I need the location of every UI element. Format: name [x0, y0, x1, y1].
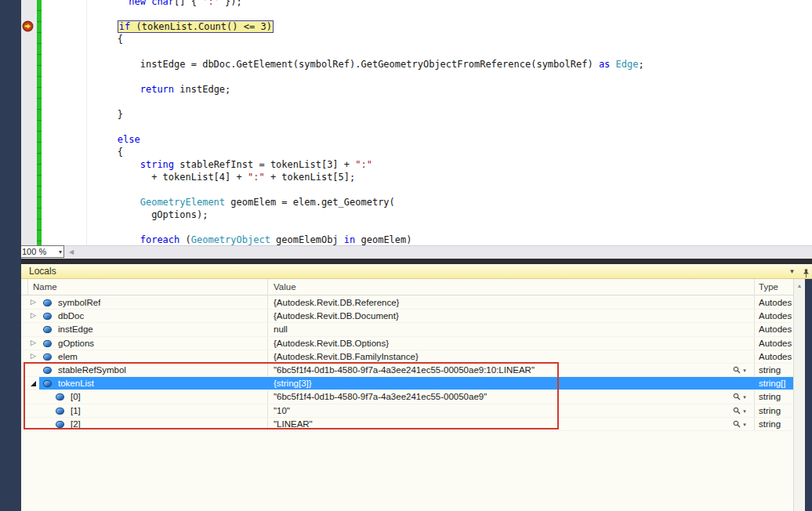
code-line: return instEdge; — [72, 83, 230, 96]
local-name: [2] — [71, 418, 81, 431]
local-value[interactable]: {Autodesk.Revit.DB.Options} — [274, 337, 730, 350]
editor-zoom-value: 100 % — [22, 247, 46, 256]
code-line: GeometryElement geomElem = elem.get_Geom… — [72, 196, 395, 208]
field-icon — [56, 393, 64, 400]
field-icon — [43, 340, 52, 347]
local-name: [0] — [71, 390, 81, 404]
local-name: instEdge — [58, 323, 93, 336]
code-line: { — [72, 146, 123, 158]
code-line: if (tokenList.Count() <= 3) — [72, 20, 274, 33]
local-row-gOptions[interactable]: ▷gOptions{Autodesk.Revit.DB.Options}Auto… — [21, 337, 793, 350]
locals-header-row: Name Value Type — [21, 279, 793, 295]
local-type: string — [759, 418, 793, 431]
local-name: symbolRef — [58, 296, 100, 310]
locals-title-bar[interactable]: Locals ▾ × — [21, 264, 812, 279]
column-header-name[interactable]: Name — [33, 279, 57, 295]
local-type: Autodes — [759, 296, 793, 310]
editor-horizontal-scrollbar[interactable] — [21, 245, 812, 259]
local-value[interactable]: null — [274, 323, 730, 336]
local-row-symbolRef[interactable]: ▷symbolRef{Autodesk.Revit.DB.Reference}A… — [21, 296, 793, 310]
magnifier-icon[interactable]: ▾ — [733, 393, 755, 402]
locals-title: Locals — [29, 264, 56, 279]
local-value[interactable]: "LINEAR" — [274, 418, 730, 431]
local-type: string — [759, 364, 793, 377]
field-icon — [43, 353, 52, 361]
shell-left-strip — [0, 0, 21, 511]
scroll-left-icon[interactable]: ◀ — [69, 248, 74, 256]
local-value[interactable]: "6bc5f1f4-0d1b-4580-9f7a-4a3ee241ec55-00… — [274, 390, 730, 404]
expander-expanded-icon[interactable] — [31, 381, 36, 386]
local-row-instEdge[interactable]: instEdgenullAutodes — [21, 323, 793, 336]
code-line: gOptions); — [72, 208, 208, 221]
expander-collapsed-icon[interactable]: ▷ — [31, 339, 36, 346]
code-line: instEdge = dbDoc.GetElement(symbolRef).G… — [72, 58, 644, 71]
field-icon — [56, 408, 64, 415]
local-type: string — [759, 404, 793, 418]
local-name: dbDoc — [58, 310, 84, 323]
field-icon — [43, 380, 52, 387]
breakpoint-gutter[interactable] — [21, 0, 37, 245]
code-line: foreach (GeometryObject geomElemObj in g… — [72, 234, 412, 245]
shell-right-strip — [805, 279, 812, 511]
code-line: string stableRefInst = tokenList[3] + ":… — [72, 158, 372, 171]
vs-debug-window: new char[] { ':' }); if (tokenList.Count… — [0, 0, 812, 511]
local-value[interactable]: {string[3]} — [274, 377, 730, 390]
field-icon — [43, 299, 52, 306]
column-header-type[interactable]: Type — [759, 279, 778, 295]
column-header-value[interactable]: Value — [274, 279, 296, 295]
column-divider[interactable] — [27, 279, 28, 295]
local-name: [1] — [71, 404, 81, 418]
local-type: Autodes — [759, 350, 793, 364]
local-type: Autodes — [759, 337, 793, 350]
local-name: gOptions — [58, 337, 94, 350]
code-line: { — [72, 33, 123, 45]
pin-icon[interactable] — [800, 264, 812, 279]
window-position-menu-icon[interactable]: ▾ — [786, 264, 798, 279]
locals-grid: Name Value Type ▷symbolRef{Autodesk.Revi… — [21, 279, 793, 511]
local-row-0[interactable]: [0]"6bc5f1f4-0d1b-4580-9f7a-4a3ee241ec55… — [21, 390, 793, 404]
track-changes-bar — [37, 0, 42, 245]
pane-splitter[interactable] — [0, 259, 812, 264]
locals-vertical-scrollbar[interactable]: ▲ — [793, 279, 805, 511]
code-line: + tokenList[4] + ":" + tokenList[5]; — [72, 171, 355, 183]
editor-zoom-select[interactable]: 100 % ▾ — [17, 245, 64, 258]
local-row-1[interactable]: [1]"10" ▾string — [21, 404, 793, 418]
local-row-elem[interactable]: ▷elem{Autodesk.Revit.DB.FamilyInstance}A… — [21, 350, 793, 364]
field-icon — [43, 313, 52, 320]
current-statement-breakpoint-icon[interactable] — [22, 20, 34, 32]
field-icon — [56, 421, 64, 428]
local-type: Autodes — [759, 323, 793, 336]
local-value[interactable]: "6bc5f1f4-0d1b-4580-9f7a-4a3ee241ec55-00… — [274, 364, 730, 377]
local-value[interactable]: {Autodesk.Revit.DB.FamilyInstance} — [274, 350, 730, 364]
local-value[interactable]: "10" — [274, 404, 730, 418]
magnifier-icon[interactable]: ▾ — [733, 366, 755, 375]
local-name: stableRefSymbol — [58, 364, 126, 377]
field-icon — [43, 367, 52, 374]
local-name: elem — [58, 350, 78, 364]
local-row-dbDoc[interactable]: ▷dbDoc{Autodesk.Revit.DB.Document}Autode… — [21, 310, 793, 323]
local-type: string — [759, 390, 793, 404]
code-line: new char[] { ':' }); — [72, 0, 242, 8]
expander-collapsed-icon[interactable]: ▷ — [31, 311, 36, 319]
local-row-2[interactable]: [2]"LINEAR" ▾string — [21, 418, 793, 431]
expander-collapsed-icon[interactable]: ▷ — [31, 298, 36, 306]
expander-collapsed-icon[interactable]: ▷ — [31, 352, 36, 360]
code-line: } — [72, 108, 123, 121]
local-type: Autodes — [759, 310, 793, 323]
local-type: string[] — [759, 377, 793, 390]
local-name: tokenList — [58, 377, 94, 390]
code-line: else — [72, 133, 140, 146]
magnifier-icon[interactable]: ▾ — [733, 407, 755, 416]
code-area[interactable]: new char[] { ':' }); if (tokenList.Count… — [42, 0, 812, 245]
local-row-stableRefSymbol[interactable]: stableRefSymbol"6bc5f1f4-0d1b-4580-9f7a-… — [21, 364, 793, 377]
scroll-up-icon[interactable]: ▲ — [794, 283, 805, 288]
chevron-down-icon: ▾ — [59, 247, 62, 258]
local-value[interactable]: {Autodesk.Revit.DB.Document} — [274, 310, 730, 323]
local-row-tokenList[interactable]: tokenList{string[3]}string[] — [21, 377, 793, 390]
field-icon — [43, 326, 52, 333]
magnifier-icon[interactable]: ▾ — [733, 420, 755, 429]
local-value[interactable]: {Autodesk.Revit.DB.Reference} — [274, 296, 730, 310]
